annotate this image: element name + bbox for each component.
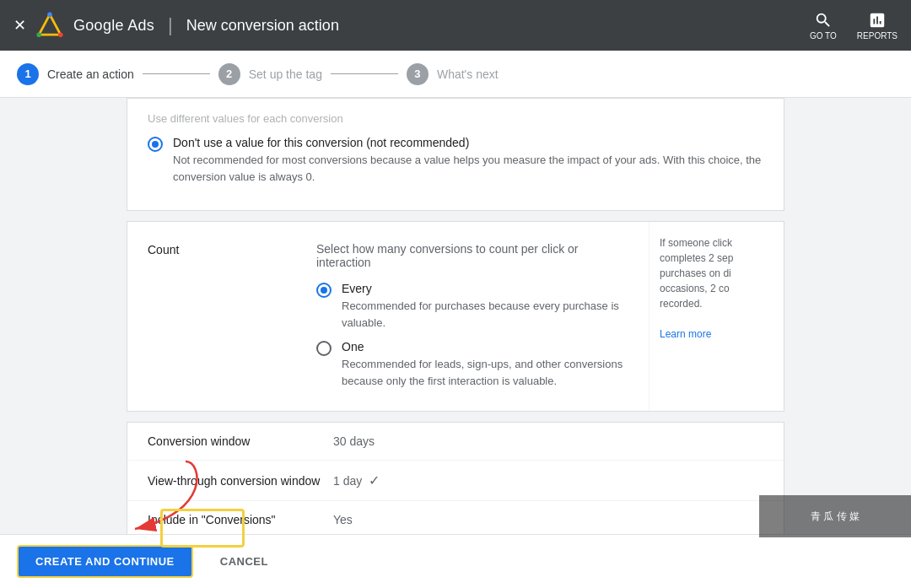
goto-button[interactable]: GO TO (810, 11, 837, 40)
one-text: One Recommended for leads, sign-ups, and… (342, 339, 628, 389)
view-through-check: ✓ (369, 472, 380, 488)
step-1-label: Create an action (47, 67, 134, 81)
count-section-right: Select how many conversions to count per… (296, 222, 649, 411)
one-option[interactable]: One Recommended for leads, sign-ups, and… (316, 339, 628, 389)
svg-point-1 (47, 12, 52, 17)
view-through-row: View-through conversion window 1 day ✓ (127, 461, 784, 501)
header: ✕ Google Ads | New conversion action GO … (0, 0, 911, 51)
view-through-value: 1 day (333, 474, 362, 488)
header-actions: GO TO REPORTS (810, 11, 898, 40)
step-3-label: What's next (437, 67, 499, 81)
side-info-text: If someone click completes 2 sep purchas… (660, 235, 774, 311)
stepper: 1 Create an action 2 Set up the tag 3 Wh… (0, 51, 911, 98)
count-description: Select how many conversions to count per… (316, 242, 628, 269)
header-divider: | (168, 14, 173, 36)
every-option[interactable]: Every Recommended for purchases because … (316, 281, 628, 331)
learn-more-link[interactable]: Learn more (660, 328, 711, 340)
step-line-1 (143, 73, 210, 74)
one-description: Recommended for leads, sign-ups, and oth… (342, 356, 628, 389)
goto-label: GO TO (810, 31, 837, 40)
view-through-label: View-through conversion window (148, 474, 333, 488)
dont-use-radio[interactable] (148, 137, 163, 152)
step-2: 2 Set up the tag (218, 63, 322, 85)
step-1-circle: 1 (17, 63, 39, 85)
every-label: Every (342, 282, 372, 295)
step-2-label: Set up the tag (249, 67, 322, 81)
svg-point-3 (58, 32, 63, 37)
count-section: Count Select how many conversions to cou… (127, 221, 784, 412)
count-label: Count (148, 243, 179, 256)
step-line-2 (331, 73, 398, 74)
value-section: Use different values for each conversion… (127, 98, 784, 211)
bottom-bar: CREATE AND CONTINUE CANCEL (0, 534, 911, 588)
watermark-text: 青 瓜 传 媒 (811, 510, 860, 524)
one-radio[interactable] (316, 341, 332, 356)
conversion-window-label: Conversion window (148, 434, 333, 448)
every-description: Recommended for purchases because every … (342, 298, 628, 331)
dont-use-text: Don't use a value for this conversion (n… (173, 135, 763, 185)
step-3-circle: 3 (407, 63, 429, 85)
reports-button[interactable]: REPORTS (857, 11, 898, 40)
step-1: 1 Create an action (17, 63, 134, 85)
watermark: 青 瓜 传 媒 (759, 495, 911, 537)
close-button[interactable]: ✕ (13, 16, 26, 35)
reports-icon (868, 11, 887, 30)
one-label: One (342, 340, 364, 353)
step-2-circle: 2 (218, 63, 240, 85)
every-radio[interactable] (316, 283, 332, 298)
dont-use-description: Not recommended for most conversions bec… (173, 152, 763, 185)
svg-marker-0 (39, 14, 61, 35)
reports-label: REPORTS (857, 31, 898, 40)
include-conversions-label: Include in "Conversions" (148, 513, 333, 526)
google-ads-logo (36, 12, 63, 39)
every-text: Every Recommended for purchases because … (342, 281, 628, 331)
conversion-window-row: Conversion window 30 days (127, 423, 784, 461)
create-continue-button[interactable]: CREATE AND CONTINUE (17, 545, 193, 578)
count-section-left: Count (127, 222, 296, 411)
include-conversions-value: Yes (333, 513, 353, 526)
content-area: Use different values for each conversion… (127, 98, 784, 588)
brand-name: Google Ads (73, 17, 154, 35)
page-title: New conversion action (186, 17, 339, 35)
count-side-info: If someone click completes 2 sep purchas… (649, 222, 784, 411)
partial-top-text: Use different values for each conversion (148, 112, 763, 125)
dont-use-value-option[interactable]: Don't use a value for this conversion (n… (148, 135, 763, 185)
step-3: 3 What's next (407, 63, 499, 85)
conversion-window-value: 30 days (333, 434, 375, 448)
cancel-button[interactable]: CANCEL (207, 547, 282, 576)
dont-use-label: Don't use a value for this conversion (n… (173, 136, 469, 149)
svg-point-2 (36, 32, 41, 37)
search-icon (814, 11, 833, 30)
